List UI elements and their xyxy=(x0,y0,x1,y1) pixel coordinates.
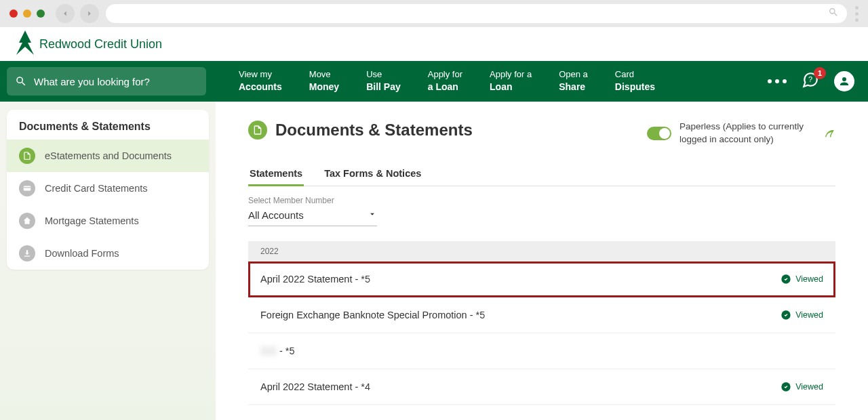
sidebar-item-label: eStatements and Documents xyxy=(45,150,172,161)
page-title: Documents & Statements xyxy=(275,121,473,140)
nav-applyloan2[interactable]: Apply for aLoan xyxy=(476,61,545,102)
leaf-icon xyxy=(823,126,835,141)
search-input[interactable] xyxy=(34,76,198,87)
paperless-toggle-wrap: Paperless (Applies to currently logged i… xyxy=(647,121,835,146)
document-icon xyxy=(248,121,267,140)
help-button[interactable]: ? 1 xyxy=(802,71,819,91)
search-icon xyxy=(828,7,839,20)
logo[interactable]: Redwood Credit Union xyxy=(16,30,162,58)
check-circle-icon xyxy=(781,381,791,392)
tab-taxforms[interactable]: Tax Forms & Notices xyxy=(323,163,422,186)
sidebar-item-download[interactable]: Download Forms xyxy=(7,237,209,270)
nav-billpay[interactable]: UseBill Pay xyxy=(353,61,414,102)
back-button[interactable] xyxy=(56,4,75,23)
more-menu-button[interactable] xyxy=(768,79,787,83)
sidebar-item-label: Download Forms xyxy=(45,248,119,259)
minimize-window-button[interactable] xyxy=(23,9,31,18)
notification-badge: 1 xyxy=(814,67,826,79)
select-label: Select Member Number xyxy=(248,196,835,205)
sidebar-item-label: Credit Card Statements xyxy=(45,183,148,194)
nav-accounts[interactable]: View myAccounts xyxy=(225,61,296,102)
check-circle-icon xyxy=(781,310,791,320)
tabs: Statements Tax Forms & Notices xyxy=(248,163,835,186)
maximize-window-button[interactable] xyxy=(37,9,45,18)
nav-disputes[interactable]: CardDisputes xyxy=(601,61,669,102)
check-circle-icon xyxy=(781,274,791,285)
nav-items: View myAccounts MoveMoney UseBill Pay Ap… xyxy=(225,61,669,102)
sidebar-item-label: Mortgage Statements xyxy=(45,215,139,226)
traffic-lights xyxy=(9,9,45,18)
document-icon xyxy=(19,148,35,164)
tab-statements[interactable]: Statements xyxy=(248,163,304,186)
document-title: - *5 xyxy=(260,345,317,356)
main-nav: View myAccounts MoveMoney UseBill Pay Ap… xyxy=(0,61,868,102)
card-icon xyxy=(19,180,35,196)
paperless-toggle[interactable] xyxy=(647,127,671,140)
document-row[interactable]: - *5 xyxy=(248,333,835,369)
document-title: April 2022 Statement - *5 xyxy=(260,274,392,285)
chevron-down-icon xyxy=(368,209,377,222)
svg-text:?: ? xyxy=(808,75,812,83)
browser-chrome xyxy=(0,0,868,27)
document-title: April 2022 Statement - *4 xyxy=(260,381,392,392)
sidebar-title: Documents & Statements xyxy=(7,110,209,140)
page-header: Documents & Statements Paperless (Applie… xyxy=(248,121,835,146)
document-row[interactable]: Foreign Exchange Banknote Special Promot… xyxy=(248,297,835,333)
download-icon xyxy=(19,245,35,261)
nav-applyloan1[interactable]: Apply fora Loan xyxy=(414,61,476,102)
logo-icon xyxy=(16,30,34,58)
browser-menu-button[interactable] xyxy=(855,6,859,22)
main-content: Documents & Statements Paperless (Applie… xyxy=(216,102,868,420)
logo-bar: Redwood Credit Union xyxy=(0,27,868,61)
profile-button[interactable] xyxy=(834,71,854,91)
viewed-status: Viewed xyxy=(781,381,823,392)
select-value: All Accounts xyxy=(248,209,304,221)
sidebar-item-estatements[interactable]: eStatements and Documents xyxy=(7,140,209,172)
search-wrapper[interactable] xyxy=(7,67,206,96)
member-select[interactable]: All Accounts xyxy=(248,207,377,226)
sidebar-item-creditcard[interactable]: Credit Card Statements xyxy=(7,172,209,205)
viewed-status: Viewed xyxy=(781,274,823,285)
forward-button[interactable] xyxy=(80,4,99,23)
year-header: 2022 xyxy=(248,241,835,261)
viewed-status: Viewed xyxy=(781,310,823,320)
document-row[interactable]: April 2022 Statement - *5 Viewed xyxy=(248,261,835,297)
url-bar[interactable] xyxy=(106,4,847,23)
close-window-button[interactable] xyxy=(9,9,18,18)
svg-rect-1 xyxy=(24,186,31,191)
search-icon xyxy=(15,75,27,87)
logo-text: Redwood Credit Union xyxy=(39,37,162,51)
sidebar: Documents & Statements eStatements and D… xyxy=(0,102,216,420)
document-title: Foreign Exchange Banknote Special Promot… xyxy=(260,310,507,320)
svg-rect-2 xyxy=(24,187,31,188)
paperless-label: Paperless (Applies to currently logged i… xyxy=(679,121,815,146)
sidebar-card: Documents & Statements eStatements and D… xyxy=(7,110,209,270)
home-icon xyxy=(19,213,35,229)
person-icon xyxy=(838,75,850,87)
sidebar-item-mortgage[interactable]: Mortgage Statements xyxy=(7,205,209,237)
document-row[interactable]: April 2022 Statement - *4 Viewed xyxy=(248,369,835,405)
nav-openshare[interactable]: Open aShare xyxy=(545,61,601,102)
nav-money[interactable]: MoveMoney xyxy=(296,61,353,102)
